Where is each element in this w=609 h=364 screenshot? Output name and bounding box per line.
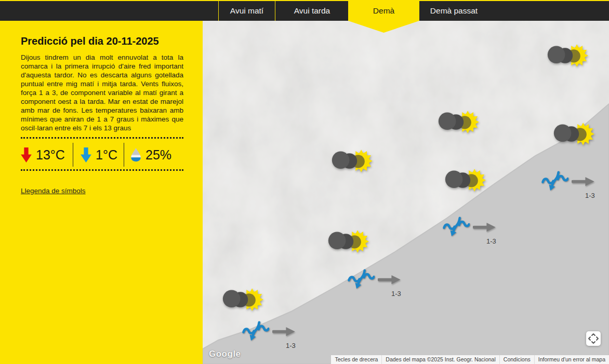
- weather-marker-layer: 1-3 1-3 1-3: [203, 21, 609, 364]
- sea-state-icon: [348, 267, 375, 291]
- sun-behind-clouds-icon: [445, 166, 488, 194]
- wind-marker-group: 1-3: [348, 267, 420, 304]
- min-temp-stat: 1°C: [73, 147, 124, 163]
- top-tab-bar: Avui matí Avui tarda Demà Demà passat: [0, 0, 609, 21]
- forecast-sidebar: Predicció pel dia 20-11-2025 Dijous tind…: [0, 21, 203, 364]
- min-temp-down-arrow-icon: [81, 147, 91, 163]
- precipitation-drop-icon: [130, 147, 141, 162]
- dotted-divider: [21, 169, 183, 171]
- sea-state-icon: [541, 169, 568, 193]
- map-attribution-item[interactable]: Condicions: [499, 355, 534, 364]
- map-pan-control[interactable]: [586, 331, 601, 346]
- forecast-map[interactable]: 1-3 1-3 1-3: [203, 21, 609, 364]
- sun-behind-clouds-icon: [547, 42, 591, 70]
- tab-dema-active[interactable]: Demà: [348, 1, 419, 21]
- forecast-text: Dijous tindrem un dia molt ennuvolat a t…: [21, 53, 183, 132]
- sea-state-icon: [443, 214, 470, 239]
- tab-avui-tarda[interactable]: Avui tarda: [276, 1, 348, 21]
- wind-force-label: 1-3: [391, 290, 401, 298]
- max-temp-value: 13°C: [36, 147, 65, 163]
- precipitation-value: 25%: [145, 147, 171, 163]
- min-temp-value: 1°C: [96, 147, 117, 163]
- wind-direction-arrow-icon: [378, 274, 402, 286]
- wind-direction-arrow-icon: [272, 326, 296, 338]
- sun-behind-clouds-icon: [438, 108, 482, 136]
- sun-behind-clouds-icon: [222, 286, 266, 314]
- map-attribution-item[interactable]: Tecles de drecera: [331, 355, 381, 364]
- wind-force-label: 1-3: [585, 192, 595, 199]
- dotted-divider: [21, 137, 183, 139]
- map-attribution-item[interactable]: Dades del mapa ©2025 Inst. Geogr. Nacion…: [381, 355, 499, 364]
- weather-forecast-page: Avui matí Avui tarda Demà Demà passat Pr…: [0, 0, 609, 364]
- map-attribution-bar: Tecles de dreceraDades del mapa ©2025 In…: [331, 355, 609, 364]
- max-temp-stat: 13°C: [21, 147, 73, 163]
- page-title: Predicció pel dia 20-11-2025: [21, 35, 187, 47]
- sun-behind-clouds-icon: [553, 120, 597, 148]
- legend-link[interactable]: Llegenda de símbols: [21, 187, 86, 195]
- precipitation-stat: 25%: [124, 147, 181, 163]
- wind-marker-group: 1-3: [443, 214, 515, 252]
- stats-row: 13°C 1°C: [21, 142, 183, 168]
- tab-avui-mati[interactable]: Avui matí: [218, 1, 275, 21]
- wind-direction-arrow-icon: [473, 221, 497, 233]
- sun-behind-clouds-icon: [328, 227, 372, 255]
- map-attribution-item[interactable]: Informeu d'un error al mapa: [534, 355, 609, 364]
- tab-dema-passat[interactable]: Demà passat: [419, 1, 488, 21]
- wind-marker-group: 1-3: [242, 319, 315, 356]
- wind-marker-group: 1-3: [541, 169, 609, 206]
- wind-force-label: 1-3: [486, 237, 496, 245]
- google-logo[interactable]: Google: [209, 349, 241, 359]
- sun-behind-clouds-icon: [332, 147, 375, 175]
- sea-state-icon: [242, 319, 269, 343]
- wind-force-label: 1-3: [286, 342, 296, 349]
- pan-arrows-icon: [586, 331, 601, 346]
- max-temp-down-arrow-icon: [21, 147, 32, 163]
- wind-direction-arrow-icon: [572, 176, 595, 187]
